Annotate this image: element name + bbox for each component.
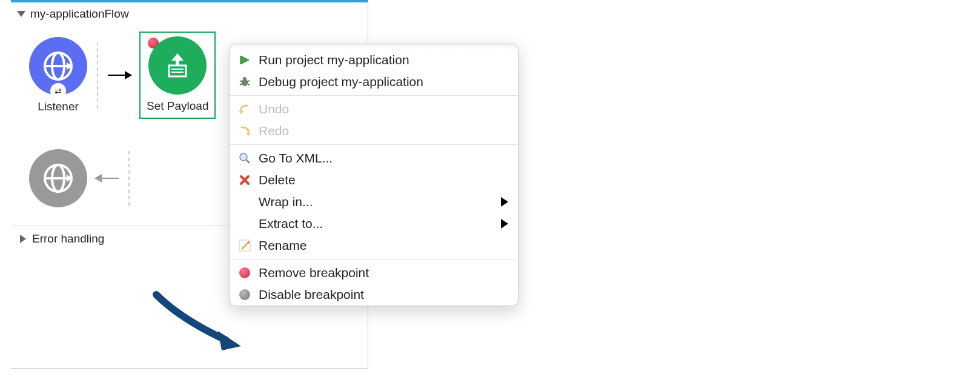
listener-label: Listener <box>38 100 79 113</box>
listener-node[interactable]: ⇄ Listener <box>29 37 87 113</box>
menu-extract-to[interactable]: Extract to... <box>230 213 518 235</box>
flow-title: my-applicationFlow <box>30 7 129 21</box>
menu-goto-xml-label: Go To XML... <box>259 151 333 166</box>
menu-separator <box>230 259 518 259</box>
breakpoint-red-icon <box>238 266 251 279</box>
menu-gradient <box>230 44 518 49</box>
arrow-right-icon <box>108 71 132 79</box>
flow-header[interactable]: my-applicationFlow <box>11 2 368 25</box>
pencil-icon <box>238 239 251 252</box>
play-icon <box>238 53 251 67</box>
svg-line-12 <box>240 81 242 82</box>
menu-goto-xml[interactable]: Go To XML... <box>230 147 518 169</box>
menu-debug-label: Debug project my-application <box>259 75 423 89</box>
menu-delete-label: Delete <box>259 173 296 187</box>
submenu-arrow-icon <box>501 219 508 229</box>
svg-line-13 <box>247 81 250 82</box>
menu-redo: Redo <box>230 120 518 142</box>
menu-wrap-in[interactable]: Wrap in... <box>230 191 518 213</box>
svg-line-15 <box>247 84 250 85</box>
svg-point-16 <box>240 153 247 161</box>
svg-rect-4 <box>169 65 186 76</box>
menu-rename[interactable]: Rename <box>230 235 518 256</box>
listener-icon: ⇄ <box>29 37 87 95</box>
menu-debug[interactable]: Debug project my-application <box>230 71 518 93</box>
divider-icon <box>97 42 98 109</box>
menu-delete[interactable]: Delete <box>230 169 518 191</box>
menu-extract-to-label: Extract to... <box>259 216 323 231</box>
divider-icon <box>128 151 130 206</box>
menu-disable-bp-label: Disable breakpoint <box>259 287 364 302</box>
menu-disable-breakpoint[interactable]: Disable breakpoint <box>230 284 518 306</box>
exchange-badge-icon: ⇄ <box>50 83 66 99</box>
arrow-left-icon <box>94 174 119 182</box>
blank-icon <box>238 195 251 209</box>
svg-line-17 <box>247 160 250 163</box>
menu-undo: Undo <box>230 98 518 120</box>
svg-point-11 <box>243 77 247 81</box>
breakpoint-gray-icon <box>238 288 251 301</box>
set-payload-node[interactable]: Set Payload <box>139 32 216 119</box>
set-payload-label: Set Payload <box>147 99 208 113</box>
redo-icon <box>238 124 251 138</box>
magnifier-icon <box>238 152 251 165</box>
menu-separator <box>230 144 518 145</box>
svg-line-14 <box>240 84 242 85</box>
expand-toggle-icon[interactable] <box>17 11 25 17</box>
delete-icon <box>238 173 251 187</box>
menu-wrap-in-label: Wrap in... <box>259 195 313 209</box>
blank-icon <box>238 217 251 230</box>
menu-remove-bp-label: Remove breakpoint <box>259 266 369 280</box>
response-icon <box>29 149 87 207</box>
context-menu: Run project my-application Debug project… <box>229 44 518 306</box>
expand-toggle-icon[interactable] <box>20 235 26 243</box>
menu-rename-label: Rename <box>259 238 306 253</box>
bug-icon <box>238 75 251 89</box>
menu-run[interactable]: Run project my-application <box>230 49 518 71</box>
menu-redo-label: Redo <box>259 124 289 138</box>
menu-remove-breakpoint[interactable]: Remove breakpoint <box>230 262 518 284</box>
menu-separator <box>230 95 518 96</box>
response-node[interactable] <box>29 149 87 207</box>
menu-run-label: Run project my-application <box>259 53 409 67</box>
menu-undo-label: Undo <box>259 102 289 116</box>
undo-icon <box>238 102 251 116</box>
set-payload-icon <box>148 36 207 95</box>
submenu-arrow-icon <box>501 197 508 207</box>
error-handling-label: Error handling <box>32 232 104 246</box>
